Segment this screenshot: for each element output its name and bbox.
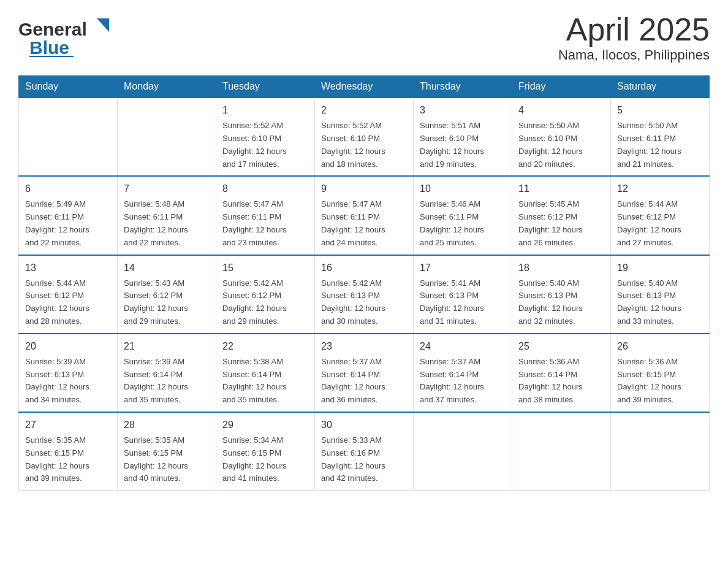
day-header-thursday: Thursday <box>414 76 512 98</box>
calendar-week-5: 27Sunrise: 5:35 AMSunset: 6:15 PMDayligh… <box>19 412 710 491</box>
day-info: Sunrise: 5:36 AMSunset: 6:15 PMDaylight:… <box>617 356 703 407</box>
day-number: 14 <box>124 261 210 275</box>
calendar-cell: 25Sunrise: 5:36 AMSunset: 6:14 PMDayligh… <box>512 334 611 412</box>
day-info: Sunrise: 5:48 AMSunset: 6:11 PMDaylight:… <box>124 198 210 249</box>
page-header: General Blue April 2025 Nama, Ilocos, Ph… <box>18 12 710 63</box>
day-info: Sunrise: 5:50 AMSunset: 6:11 PMDaylight:… <box>617 120 703 170</box>
calendar-cell: 26Sunrise: 5:36 AMSunset: 6:15 PMDayligh… <box>611 334 710 412</box>
calendar-cell: 22Sunrise: 5:38 AMSunset: 6:14 PMDayligh… <box>216 334 315 412</box>
calendar-cell: 4Sunrise: 5:50 AMSunset: 6:10 PMDaylight… <box>512 98 611 176</box>
day-number: 27 <box>25 418 111 432</box>
day-info: Sunrise: 5:37 AMSunset: 6:14 PMDaylight:… <box>420 356 506 407</box>
calendar-cell: 16Sunrise: 5:42 AMSunset: 6:13 PMDayligh… <box>315 255 414 334</box>
calendar-week-1: 1Sunrise: 5:52 AMSunset: 6:10 PMDaylight… <box>19 98 710 176</box>
day-number: 5 <box>617 103 703 118</box>
day-info: Sunrise: 5:51 AMSunset: 6:10 PMDaylight:… <box>420 120 506 170</box>
calendar-cell: 14Sunrise: 5:43 AMSunset: 6:12 PMDayligh… <box>118 255 216 334</box>
day-number: 2 <box>321 103 407 118</box>
calendar-cell: 15Sunrise: 5:42 AMSunset: 6:12 PMDayligh… <box>216 255 315 334</box>
day-info: Sunrise: 5:50 AMSunset: 6:10 PMDaylight:… <box>518 120 604 170</box>
svg-marker-1 <box>97 18 109 32</box>
day-number: 6 <box>25 182 111 196</box>
calendar-cell: 17Sunrise: 5:41 AMSunset: 6:13 PMDayligh… <box>414 255 512 334</box>
calendar-table: SundayMondayTuesdayWednesdayThursdayFrid… <box>18 75 710 491</box>
calendar-cell: 19Sunrise: 5:40 AMSunset: 6:13 PMDayligh… <box>611 255 710 334</box>
calendar-week-2: 6Sunrise: 5:49 AMSunset: 6:11 PMDaylight… <box>19 176 710 255</box>
day-header-tuesday: Tuesday <box>216 76 315 98</box>
calendar-cell: 23Sunrise: 5:37 AMSunset: 6:14 PMDayligh… <box>315 334 414 412</box>
day-number: 16 <box>321 261 407 275</box>
calendar-cell <box>512 412 611 491</box>
calendar-cell: 5Sunrise: 5:50 AMSunset: 6:11 PMDaylight… <box>611 98 710 176</box>
calendar-cell: 8Sunrise: 5:47 AMSunset: 6:11 PMDaylight… <box>216 176 315 255</box>
day-number: 4 <box>518 103 604 118</box>
calendar-cell <box>118 98 216 176</box>
day-number: 20 <box>25 339 111 354</box>
day-number: 10 <box>420 182 506 196</box>
day-info: Sunrise: 5:39 AMSunset: 6:13 PMDaylight:… <box>25 356 111 407</box>
day-number: 23 <box>321 339 407 354</box>
calendar-cell: 9Sunrise: 5:47 AMSunset: 6:11 PMDaylight… <box>315 176 414 255</box>
day-info: Sunrise: 5:46 AMSunset: 6:11 PMDaylight:… <box>420 198 506 249</box>
day-number: 22 <box>222 339 308 354</box>
day-info: Sunrise: 5:33 AMSunset: 6:16 PMDaylight:… <box>321 434 407 485</box>
svg-text:General: General <box>18 19 87 39</box>
day-info: Sunrise: 5:40 AMSunset: 6:13 PMDaylight:… <box>617 277 703 328</box>
day-number: 18 <box>518 261 604 275</box>
day-info: Sunrise: 5:35 AMSunset: 6:15 PMDaylight:… <box>124 434 210 485</box>
month-title: April 2025 <box>558 12 710 47</box>
day-number: 17 <box>420 261 506 275</box>
calendar-cell: 20Sunrise: 5:39 AMSunset: 6:13 PMDayligh… <box>19 334 118 412</box>
day-info: Sunrise: 5:44 AMSunset: 6:12 PMDaylight:… <box>617 198 703 249</box>
day-info: Sunrise: 5:35 AMSunset: 6:15 PMDaylight:… <box>25 434 111 485</box>
day-number: 15 <box>222 261 308 275</box>
day-info: Sunrise: 5:40 AMSunset: 6:13 PMDaylight:… <box>518 277 604 328</box>
day-info: Sunrise: 5:37 AMSunset: 6:14 PMDaylight:… <box>321 356 407 407</box>
day-number: 30 <box>321 418 407 432</box>
day-header-saturday: Saturday <box>611 76 710 98</box>
day-header-friday: Friday <box>512 76 611 98</box>
day-info: Sunrise: 5:44 AMSunset: 6:12 PMDaylight:… <box>25 277 111 328</box>
day-info: Sunrise: 5:52 AMSunset: 6:10 PMDaylight:… <box>321 120 407 170</box>
logo-svg: General Blue <box>18 12 110 58</box>
day-header-wednesday: Wednesday <box>315 76 414 98</box>
day-number: 7 <box>124 182 210 196</box>
day-number: 24 <box>420 339 506 354</box>
calendar-cell: 7Sunrise: 5:48 AMSunset: 6:11 PMDaylight… <box>118 176 216 255</box>
day-header-sunday: Sunday <box>19 76 118 98</box>
day-info: Sunrise: 5:36 AMSunset: 6:14 PMDaylight:… <box>518 356 604 407</box>
logo-container: General Blue <box>18 12 110 61</box>
day-info: Sunrise: 5:34 AMSunset: 6:15 PMDaylight:… <box>222 434 308 485</box>
calendar-cell: 21Sunrise: 5:39 AMSunset: 6:14 PMDayligh… <box>118 334 216 412</box>
title-block: April 2025 Nama, Ilocos, Philippines <box>558 12 710 63</box>
calendar-cell: 3Sunrise: 5:51 AMSunset: 6:10 PMDaylight… <box>414 98 512 176</box>
day-number: 12 <box>617 182 703 196</box>
day-number: 25 <box>518 339 604 354</box>
calendar-cell: 13Sunrise: 5:44 AMSunset: 6:12 PMDayligh… <box>19 255 118 334</box>
logo: General Blue <box>18 12 110 61</box>
day-info: Sunrise: 5:45 AMSunset: 6:12 PMDaylight:… <box>518 198 604 249</box>
day-number: 29 <box>222 418 308 432</box>
day-info: Sunrise: 5:42 AMSunset: 6:12 PMDaylight:… <box>222 277 308 328</box>
calendar-cell: 18Sunrise: 5:40 AMSunset: 6:13 PMDayligh… <box>512 255 611 334</box>
day-info: Sunrise: 5:52 AMSunset: 6:10 PMDaylight:… <box>222 120 308 170</box>
calendar-week-4: 20Sunrise: 5:39 AMSunset: 6:13 PMDayligh… <box>19 334 710 412</box>
day-number: 3 <box>420 103 506 118</box>
day-number: 28 <box>124 418 210 432</box>
calendar-header-row: SundayMondayTuesdayWednesdayThursdayFrid… <box>19 76 710 98</box>
day-number: 8 <box>222 182 308 196</box>
calendar-cell: 29Sunrise: 5:34 AMSunset: 6:15 PMDayligh… <box>216 412 315 491</box>
calendar-cell <box>414 412 512 491</box>
day-info: Sunrise: 5:43 AMSunset: 6:12 PMDaylight:… <box>124 277 210 328</box>
calendar-cell: 30Sunrise: 5:33 AMSunset: 6:16 PMDayligh… <box>315 412 414 491</box>
calendar-cell <box>19 98 118 176</box>
day-number: 21 <box>124 339 210 354</box>
calendar-week-3: 13Sunrise: 5:44 AMSunset: 6:12 PMDayligh… <box>19 255 710 334</box>
calendar-cell: 2Sunrise: 5:52 AMSunset: 6:10 PMDaylight… <box>315 98 414 176</box>
calendar-cell: 10Sunrise: 5:46 AMSunset: 6:11 PMDayligh… <box>414 176 512 255</box>
day-info: Sunrise: 5:38 AMSunset: 6:14 PMDaylight:… <box>222 356 308 407</box>
calendar-cell: 1Sunrise: 5:52 AMSunset: 6:10 PMDaylight… <box>216 98 315 176</box>
svg-text:Blue: Blue <box>29 37 69 58</box>
calendar-cell: 27Sunrise: 5:35 AMSunset: 6:15 PMDayligh… <box>19 412 118 491</box>
location-title: Nama, Ilocos, Philippines <box>558 47 710 63</box>
